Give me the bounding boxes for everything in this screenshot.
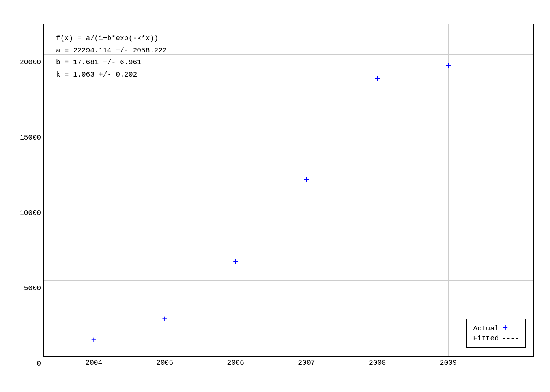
data-point-marker: + xyxy=(445,62,451,71)
data-point-marker: + xyxy=(91,336,97,345)
formula-box: f(x) = a/(1+b*exp(-k*x)) a = 22294.114 +… xyxy=(56,32,167,80)
y-tick-label: 10000 xyxy=(20,209,41,217)
data-point-marker: + xyxy=(304,176,309,185)
legend-actual-marker: + xyxy=(503,324,508,333)
formula-line4: k = 1.063 +/- 0.202 xyxy=(56,69,167,81)
legend-box: Actual + Fitted xyxy=(466,319,526,348)
formula-line2: a = 22294.114 +/- 2058.222 xyxy=(56,45,167,57)
legend-actual-label: Actual xyxy=(473,325,499,332)
formula-line3: b = 17.681 +/- 6.961 xyxy=(56,56,167,69)
data-point-marker: + xyxy=(162,315,167,325)
legend-fitted-line xyxy=(503,338,518,339)
formula-line1: f(x) = a/(1+b*exp(-k*x)) xyxy=(56,32,167,45)
grid-h-line xyxy=(44,356,533,356)
y-tick-label: 5000 xyxy=(24,284,41,292)
y-tick-label: 15000 xyxy=(20,134,41,142)
y-tick-label: 20000 xyxy=(20,58,41,66)
x-tick-label: 2008 xyxy=(369,359,386,367)
legend-fitted-row: Fitted xyxy=(473,334,518,342)
chart-container: 0500010000150002000020042005200620072008… xyxy=(0,0,550,392)
legend-actual-row: Actual + xyxy=(473,324,518,333)
x-tick-label: 2005 xyxy=(156,359,173,367)
data-point-marker: + xyxy=(233,258,238,267)
data-point-marker: + xyxy=(374,75,380,84)
x-tick-label: 2006 xyxy=(227,359,244,367)
plot-area: 0500010000150002000020042005200620072008… xyxy=(43,24,534,357)
legend-fitted-label: Fitted xyxy=(473,334,499,342)
x-tick-label: 2007 xyxy=(298,359,315,367)
x-tick-label: 2004 xyxy=(85,359,102,367)
x-tick-label: 2009 xyxy=(440,359,457,367)
y-tick-label: 0 xyxy=(37,360,41,368)
